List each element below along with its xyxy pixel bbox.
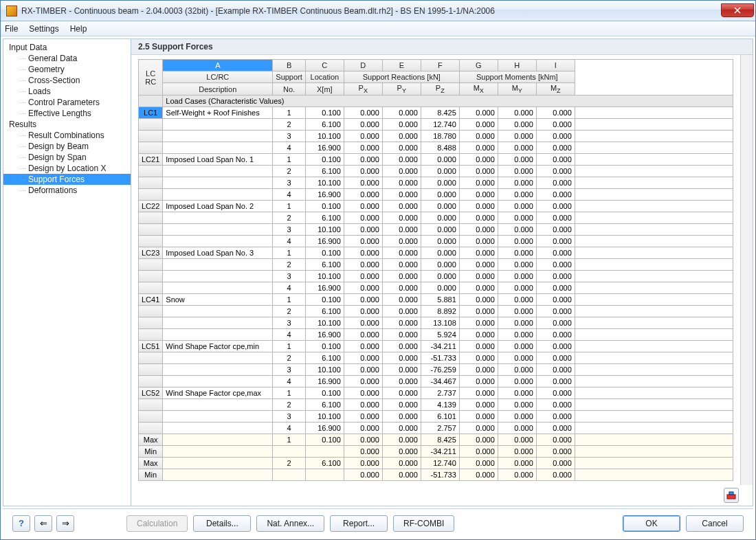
cell[interactable]: 0.000 <box>421 166 459 177</box>
cell[interactable]: 0.000 <box>498 236 536 247</box>
cell[interactable]: 0.000 <box>382 399 421 411</box>
cell[interactable]: 16.900 <box>305 236 344 247</box>
cell[interactable]: 0.000 <box>382 294 421 306</box>
cell[interactable]: 10.100 <box>305 271 344 282</box>
cell[interactable]: 0.000 <box>498 446 536 458</box>
tree-item-result-combinations[interactable]: Result Combinations <box>3 130 131 141</box>
cell[interactable]: 0.000 <box>382 142 421 154</box>
cell[interactable]: Snow <box>163 294 273 306</box>
ok-button[interactable]: OK <box>623 515 680 532</box>
nat-annex-button[interactable]: Nat. Annex... <box>256 515 324 532</box>
cell[interactable]: 0.000 <box>382 119 421 131</box>
cancel-button[interactable]: Cancel <box>686 515 744 532</box>
cell[interactable]: 0.000 <box>498 306 536 317</box>
details-button[interactable]: Details... <box>193 515 251 532</box>
cell[interactable]: 0.000 <box>498 212 536 224</box>
tree-group-input[interactable]: Input Data <box>3 42 131 53</box>
cell[interactable] <box>163 329 273 341</box>
cell[interactable]: 0.000 <box>536 294 575 306</box>
cell[interactable]: 10.100 <box>305 177 344 189</box>
cell[interactable]: 0.000 <box>382 434 421 446</box>
cell[interactable]: 0.000 <box>498 329 536 341</box>
cell[interactable]: 0.100 <box>305 201 344 212</box>
cell[interactable]: Wind Shape Factor cpe,max <box>163 387 273 399</box>
cell[interactable]: 0.000 <box>536 458 575 469</box>
cell[interactable]: 0.000 <box>498 107 536 119</box>
cell[interactable]: 0.000 <box>498 259 536 271</box>
cell[interactable] <box>575 446 733 458</box>
cell[interactable]: 0.000 <box>459 317 498 329</box>
cell[interactable]: 4 <box>273 236 306 247</box>
cell[interactable]: 0.000 <box>382 352 421 364</box>
cell[interactable]: 0.000 <box>344 247 382 259</box>
cell[interactable]: 0.000 <box>382 469 421 481</box>
cell[interactable]: 0.000 <box>382 271 421 282</box>
cell[interactable]: 0.000 <box>421 247 459 259</box>
cell[interactable]: 0.000 <box>498 411 536 423</box>
cell[interactable]: 0.000 <box>344 142 382 154</box>
cell[interactable]: 0.000 <box>459 341 498 352</box>
cell[interactable]: 0.000 <box>382 107 421 119</box>
cell[interactable]: 0.000 <box>498 387 536 399</box>
cell[interactable]: LC1 <box>139 107 163 119</box>
cell[interactable]: 0.000 <box>344 154 382 166</box>
cell[interactable] <box>575 224 733 236</box>
cell[interactable]: 0.000 <box>344 271 382 282</box>
cell[interactable] <box>139 329 163 341</box>
cell[interactable] <box>575 352 733 364</box>
cell[interactable]: 0.000 <box>459 423 498 434</box>
cell[interactable]: 0.000 <box>498 364 536 376</box>
cell[interactable]: 0.000 <box>382 189 421 201</box>
menu-file[interactable]: File <box>5 24 18 34</box>
cell[interactable]: 0.000 <box>344 306 382 317</box>
col-D[interactable]: D <box>344 60 382 71</box>
cell[interactable] <box>163 469 273 481</box>
cell[interactable]: 0.000 <box>459 282 498 294</box>
tree-item-loads[interactable]: Loads <box>3 86 131 97</box>
cell[interactable]: Wind Shape Factor cpe,min <box>163 341 273 352</box>
cell[interactable]: 1 <box>273 247 306 259</box>
cell[interactable]: 18.780 <box>421 131 459 142</box>
cell[interactable]: -34.467 <box>421 376 459 387</box>
cell[interactable] <box>139 131 163 142</box>
tree-item-design-by-beam[interactable]: Design by Beam <box>3 141 131 152</box>
cell[interactable] <box>163 259 273 271</box>
cell[interactable]: 0.000 <box>421 154 459 166</box>
cell[interactable] <box>139 306 163 317</box>
cell[interactable]: 0.000 <box>382 282 421 294</box>
cell[interactable]: -51.733 <box>421 352 459 364</box>
cell[interactable] <box>139 189 163 201</box>
cell[interactable]: 0.000 <box>498 142 536 154</box>
cell[interactable]: -51.733 <box>421 469 459 481</box>
cell[interactable] <box>273 469 306 481</box>
cell[interactable] <box>163 352 273 364</box>
col-A[interactable]: A <box>163 60 273 71</box>
cell[interactable] <box>163 458 273 469</box>
cell[interactable]: 8.425 <box>421 434 459 446</box>
cell[interactable]: Imposed Load Span No. 3 <box>163 247 273 259</box>
cell[interactable] <box>163 434 273 446</box>
cell[interactable] <box>139 142 163 154</box>
cell[interactable]: 0.000 <box>382 236 421 247</box>
cell[interactable]: 0.000 <box>421 259 459 271</box>
cell[interactable]: 0.000 <box>344 434 382 446</box>
cell[interactable] <box>139 95 163 107</box>
cell[interactable]: 0.000 <box>421 224 459 236</box>
rf-combi-button[interactable]: RF-COMBI <box>393 515 454 532</box>
cell[interactable]: 0.000 <box>344 423 382 434</box>
cell[interactable]: 0.000 <box>459 177 498 189</box>
cell[interactable]: 2 <box>273 352 306 364</box>
cell[interactable]: 1 <box>273 107 306 119</box>
cell[interactable]: 8.425 <box>421 107 459 119</box>
cell[interactable]: 0.000 <box>536 154 575 166</box>
cell[interactable]: 0.000 <box>459 212 498 224</box>
cell[interactable]: 0.000 <box>536 306 575 317</box>
cell[interactable]: 0.000 <box>344 329 382 341</box>
cell[interactable]: 0.000 <box>421 189 459 201</box>
menu-settings[interactable]: Settings <box>29 24 58 34</box>
cell[interactable]: 0.000 <box>498 154 536 166</box>
cell[interactable] <box>575 458 733 469</box>
cell[interactable]: 0.000 <box>344 387 382 399</box>
cell[interactable]: 0.000 <box>459 107 498 119</box>
data-grid-wrap[interactable]: LCRC A B C D E F G H I <box>138 59 733 485</box>
